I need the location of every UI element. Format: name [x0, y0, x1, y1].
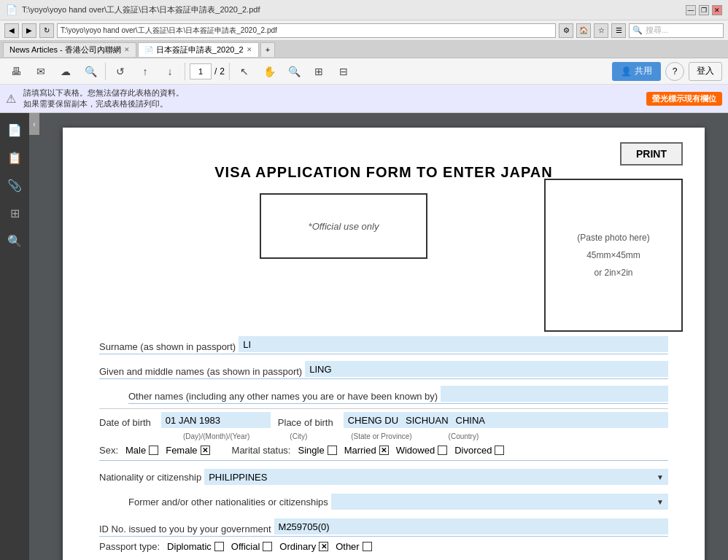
cursor-tool-button[interactable]: ↖ — [234, 61, 255, 82]
maximize-button[interactable]: ❐ — [699, 5, 709, 15]
other-names-field[interactable] — [441, 386, 668, 402]
page-number-input[interactable] — [190, 63, 212, 79]
url-field[interactable]: T:\yoyo\yoyo hand over\工人簽証\日本\日本簽証申請表_2… — [57, 23, 556, 38]
place-country: CHINA — [456, 415, 485, 426]
id-field[interactable]: M259705(0) — [274, 518, 668, 534]
marital-single-group: Single — [298, 445, 336, 456]
page-separator: / — [214, 66, 217, 77]
tab-pdf[interactable]: 📄 日本簽証申請表_2020_2 ✕ — [138, 42, 259, 57]
nationality-value: PHILIPPINES — [209, 472, 267, 483]
scroll-down-button[interactable]: ↓ — [160, 61, 180, 82]
zoom-reset-button[interactable]: ↺ — [110, 61, 131, 82]
marquee-zoom-button[interactable]: ⊞ — [309, 61, 329, 82]
other-names-label: Other names (including any other names y… — [128, 391, 438, 402]
login-button[interactable]: 登入 — [689, 62, 722, 81]
zoom-in-button[interactable]: 🔍 — [284, 61, 304, 82]
new-tab-button[interactable]: + — [260, 42, 275, 57]
sex-male-checkbox[interactable] — [149, 446, 158, 455]
given-names-field[interactable]: LING — [305, 361, 668, 377]
tab-news-close[interactable]: ✕ — [124, 46, 130, 53]
notification-text: 請填寫以下表格。您無法儲存此表格的資料。 如果需要保留副本，完成表格後請列印。 — [23, 88, 184, 109]
forward-button[interactable]: ▶ — [22, 23, 36, 38]
back-button[interactable]: ◀ — [4, 23, 19, 38]
reload-button[interactable]: ↻ — [39, 23, 54, 38]
sex-female-checkbox[interactable]: ✕ — [201, 446, 210, 455]
minimize-button[interactable]: — — [686, 5, 696, 15]
sidebar-bookmarks-icon[interactable]: 📋 — [4, 147, 26, 168]
pdf-toolbar-right: 👤 共用 ? 登入 — [612, 62, 722, 81]
search-field[interactable]: 🔍 搜尋... — [629, 23, 724, 38]
marital-married-label: Married — [344, 445, 376, 456]
place-field[interactable]: CHENG DU SICHUAN CHINA — [344, 412, 668, 428]
tab-pdf-label: 日本簽証申請表_2020_2 — [156, 44, 244, 55]
passport-ordinary-checkbox[interactable]: ✕ — [319, 542, 328, 551]
sidebar-attachments-icon[interactable]: 📎 — [4, 174, 26, 196]
bookmark-button[interactable]: ☆ — [594, 23, 608, 38]
sex-male-label: Male — [125, 445, 146, 456]
sex-male-group: Male — [125, 445, 158, 456]
highlight-badge[interactable]: 螢光標示現有欄位 — [646, 92, 722, 106]
hand-tool-button[interactable]: ✋ — [259, 61, 279, 82]
surname-field[interactable]: LI — [239, 336, 668, 352]
dob-field[interactable]: 01 JAN 1983 — [161, 412, 271, 428]
marital-single-label: Single — [298, 445, 324, 456]
url-search-button[interactable]: ⚙ — [559, 23, 573, 38]
window-controls[interactable]: — ❐ ✕ — [686, 5, 722, 15]
official-use-label: *Official use only — [309, 221, 379, 232]
nationality-label: Nationality or citizenship — [99, 472, 201, 483]
address-bar: ◀ ▶ ↻ T:\yoyo\yoyo hand over\工人簽証\日本\日本簽… — [0, 20, 728, 41]
print-button[interactable]: PRINT — [620, 142, 683, 166]
place-label: Place of birth — [278, 417, 333, 428]
nationality-dropdown[interactable]: PHILIPPINES ▼ — [204, 469, 668, 485]
share-button[interactable]: 👤 共用 — [612, 62, 661, 81]
login-label: 登入 — [697, 66, 714, 76]
dob-value: 01 JAN 1983 — [166, 415, 220, 426]
sex-marital-row: Sex: Male Female ✕ Marital status: Singl… — [99, 445, 668, 461]
former-nationality-dropdown[interactable]: ▼ — [331, 494, 668, 510]
share-icon: 👤 — [621, 66, 632, 77]
zoom-out-button[interactable]: ⊟ — [333, 61, 354, 82]
help-button[interactable]: ? — [665, 62, 684, 81]
page-total: 2 — [220, 66, 225, 77]
sidebar-pages-icon[interactable]: 📄 — [4, 119, 26, 141]
tab-pdf-close[interactable]: ✕ — [247, 46, 252, 53]
sidebar-layers-icon[interactable]: ⊞ — [4, 202, 26, 224]
surname-row: Surname (as shown in passport) LI — [99, 334, 668, 354]
close-button[interactable]: ✕ — [712, 5, 722, 15]
marital-divorced-checkbox[interactable] — [495, 446, 504, 455]
divider1 — [99, 408, 668, 409]
sidebar-search-icon[interactable]: 🔍 — [4, 230, 26, 252]
left-sidebar: 📄 📋 📎 ⊞ 🔍 — [0, 113, 29, 560]
passport-official-label: Official — [231, 541, 260, 552]
email-tool-button[interactable]: ✉ — [31, 61, 51, 82]
marital-single-checkbox[interactable] — [328, 446, 337, 455]
home-button[interactable]: 🏠 — [576, 23, 591, 38]
settings-button[interactable]: ☰ — [611, 23, 626, 38]
find-tool-button[interactable]: 🔍 — [80, 61, 101, 82]
passport-diplomatic-checkbox[interactable] — [214, 542, 224, 551]
other-names-row: Other names (including any other names y… — [128, 384, 668, 404]
notification-line1: 請填寫以下表格。您無法儲存此表格的資料。 — [23, 88, 184, 98]
notification-icon: ⚠ — [6, 92, 16, 106]
main-area: 📄 📋 📎 ⊞ 🔍 ‹ PRINT *Official use only (Pa… — [0, 113, 728, 560]
tab-news[interactable]: News Articles - 香港公司內聯網 ✕ — [3, 42, 136, 57]
url-text: T:\yoyo\yoyo hand over\工人簽証\日本\日本簽証申請表_2… — [61, 26, 277, 36]
tab-pdf-icon: 📄 — [144, 46, 153, 54]
toolbar-divider2 — [185, 63, 185, 80]
passport-other-checkbox[interactable] — [363, 542, 372, 551]
search-placeholder: 搜尋... — [646, 25, 668, 36]
sex-female-group: Female ✕ — [166, 445, 209, 456]
sidebar-collapse-handle[interactable]: ‹ — [29, 113, 39, 135]
print-tool-button[interactable]: 🖶 — [6, 61, 26, 82]
marital-widowed-checkbox[interactable] — [438, 446, 447, 455]
photo-box: (Paste photo here) 45mm×45mm or 2in×2in — [544, 179, 683, 332]
passport-other-group: Other — [336, 541, 372, 552]
marital-married-checkbox[interactable]: ✕ — [379, 446, 389, 455]
sex-label: Sex: — [99, 445, 118, 456]
cloud-tool-button[interactable]: ☁ — [55, 61, 76, 82]
scroll-up-button[interactable]: ↑ — [135, 61, 155, 82]
passport-official-checkbox[interactable] — [263, 542, 272, 551]
surname-value: LI — [243, 339, 251, 350]
marital-widowed-group: Widowed — [396, 445, 447, 456]
form-section: Surname (as shown in passport) LI Given … — [99, 334, 668, 552]
